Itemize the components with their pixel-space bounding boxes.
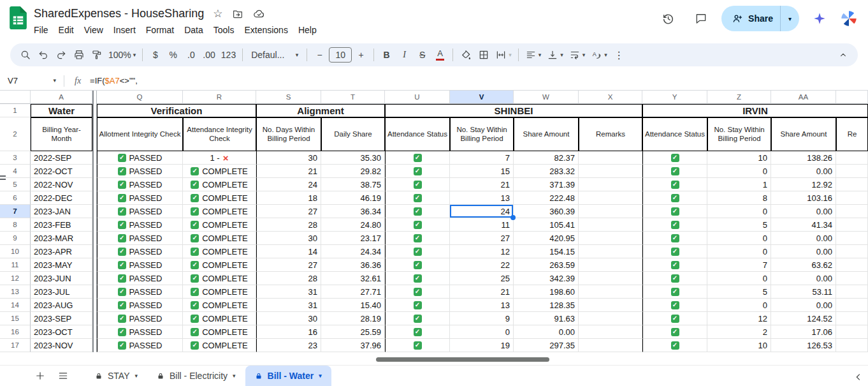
cell-allotment-check[interactable]: ✓PASSED <box>97 272 183 285</box>
bold-button[interactable]: B <box>378 46 395 64</box>
sheet-tab-0[interactable]: STAY▾ <box>85 366 147 386</box>
row-header-17[interactable]: 17 <box>0 339 31 352</box>
all-sheets-icon[interactable] <box>54 366 73 385</box>
cell-shinbei-stay[interactable]: 19 <box>450 339 514 352</box>
cell-shinbei-stay[interactable]: 25 <box>450 272 514 285</box>
cell-shinbei-amount[interactable]: 342.39 <box>514 272 579 285</box>
cell-irvin-amount[interactable]: 0.00 <box>771 299 836 312</box>
cell-attendance-check[interactable]: ✓COMPLETE <box>183 339 256 352</box>
cell-shinbei-remarks[interactable] <box>579 191 642 205</box>
cell-shinbei-status[interactable]: ✓ <box>385 232 450 245</box>
percent-format-button[interactable]: % <box>164 46 182 64</box>
paint-format-icon[interactable] <box>88 46 105 64</box>
col-header-X[interactable]: X <box>579 91 642 104</box>
cell-irvin-remarks[interactable] <box>836 258 868 272</box>
currency-format-button[interactable]: $ <box>147 46 164 64</box>
move-to-folder-icon[interactable] <box>232 8 243 20</box>
cell-irvin-remarks[interactable] <box>836 232 868 245</box>
col-header-V-selected[interactable]: V <box>450 91 514 104</box>
cell-shinbei-remarks[interactable] <box>579 165 642 178</box>
hidden-columns-divider[interactable] <box>92 104 97 117</box>
cell-daily-share[interactable]: 28.19 <box>321 312 385 325</box>
cell-daily-share[interactable]: 36.34 <box>321 205 385 218</box>
cell-irvin-stay[interactable]: 8 <box>707 191 771 205</box>
cell-irvin-remarks[interactable] <box>836 165 868 178</box>
row-header-14[interactable]: 14 <box>0 299 31 312</box>
sheet-tab-2[interactable]: Bill - Water▾ <box>245 366 331 386</box>
cell-irvin-amount[interactable]: 53.11 <box>771 285 836 299</box>
cell-shinbei-stay[interactable]: 13 <box>450 299 514 312</box>
more-formats-button[interactable]: 123 <box>219 46 238 64</box>
cell-allotment-check[interactable]: ✓PASSED <box>97 218 183 232</box>
cell-irvin-stay[interactable]: 0 <box>707 232 771 245</box>
cell-irvin-stay[interactable]: 10 <box>707 151 771 165</box>
cell-irvin-status[interactable]: ✓ <box>642 151 707 165</box>
cell-shinbei-remarks[interactable] <box>579 325 642 339</box>
cell-irvin-remarks[interactable] <box>836 312 868 325</box>
cell-irvin-remarks[interactable] <box>836 191 868 205</box>
header-attendance-check[interactable]: Attendance Integrity Check <box>183 117 256 151</box>
cell-shinbei-stay[interactable]: 11 <box>450 218 514 232</box>
cell-shinbei-amount[interactable]: 222.48 <box>514 191 579 205</box>
cell-irvin-remarks[interactable] <box>836 151 868 165</box>
cell-shinbei-amount[interactable]: 283.32 <box>514 165 579 178</box>
cell-shinbei-status[interactable]: ✓ <box>385 245 450 258</box>
cell-shinbei-stay[interactable]: 7 <box>450 151 514 165</box>
cell-allotment-check[interactable]: ✓PASSED <box>97 339 183 352</box>
cell-irvin-amount[interactable]: 41.34 <box>771 218 836 232</box>
cell-irvin-stay[interactable]: 0 <box>707 299 771 312</box>
row-header-3[interactable]: 3 <box>0 151 31 165</box>
cell-days-in-period[interactable]: 23 <box>256 339 321 352</box>
cell-daily-share[interactable]: 46.19 <box>321 191 385 205</box>
menu-file[interactable]: File <box>29 24 54 36</box>
col-header-A[interactable]: A <box>31 91 92 104</box>
share-dropdown-icon[interactable]: ▾ <box>781 15 799 22</box>
cell-attendance-check[interactable]: ✓COMPLETE <box>183 218 256 232</box>
row-header-12[interactable]: 12 <box>0 272 31 285</box>
menu-edit[interactable]: Edit <box>54 24 79 36</box>
row-header-7[interactable]: 7 <box>0 205 31 218</box>
cell-attendance-check[interactable]: ✓COMPLETE <box>183 178 256 191</box>
cell-attendance-check[interactable]: 1 -× <box>183 151 256 165</box>
cell-billing-month[interactable]: 2023-JUL <box>31 285 92 299</box>
cell-irvin-stay[interactable]: 0 <box>707 245 771 258</box>
cell-irvin-stay[interactable]: 2 <box>707 325 771 339</box>
cell-allotment-check[interactable]: ✓PASSED <box>97 299 183 312</box>
cell-attendance-check[interactable]: ✓COMPLETE <box>183 205 256 218</box>
cell-shinbei-status[interactable]: ✓ <box>385 312 450 325</box>
cell-billing-month[interactable]: 2022-DEC <box>31 191 92 205</box>
cell-irvin-status[interactable]: ✓ <box>642 339 707 352</box>
cell-billing-month[interactable]: 2022-NOV <box>31 178 92 191</box>
header-irvin-remarks[interactable]: Re <box>836 117 868 151</box>
cell-irvin-remarks[interactable] <box>836 218 868 232</box>
cell-attendance-check[interactable]: ✓COMPLETE <box>183 312 256 325</box>
header-shinbei-stay[interactable]: No. Stay Within Billing Period <box>450 117 514 151</box>
cell-irvin-amount[interactable]: 0.00 <box>771 205 836 218</box>
cell-shinbei-remarks[interactable] <box>579 205 642 218</box>
header-irvin-amount[interactable]: Share Amount <box>771 117 836 151</box>
italic-button[interactable]: I <box>396 46 413 64</box>
cell-irvin-stay[interactable]: 12 <box>707 312 771 325</box>
cell-allotment-check[interactable]: ✓PASSED <box>97 205 183 218</box>
cell-allotment-check[interactable]: ✓PASSED <box>97 151 183 165</box>
cell-shinbei-remarks[interactable] <box>579 218 642 232</box>
cell-daily-share[interactable]: 35.30 <box>321 151 385 165</box>
cell-shinbei-stay[interactable]: 12 <box>450 245 514 258</box>
gemini-sparkle-icon[interactable] <box>807 6 832 31</box>
scroll-tabs-left-icon[interactable] <box>853 371 864 383</box>
cell-billing-month[interactable]: 2023-FEB <box>31 218 92 232</box>
cell-shinbei-stay[interactable]: 13 <box>450 191 514 205</box>
cell-irvin-remarks[interactable] <box>836 178 868 191</box>
cell-irvin-status[interactable]: ✓ <box>642 299 707 312</box>
header-irvin-stay[interactable]: No. Stay Within Billing Period <box>707 117 771 151</box>
cell-irvin-stay[interactable]: 7 <box>707 258 771 272</box>
cell-days-in-period[interactable]: 21 <box>256 165 321 178</box>
cell-shinbei-remarks[interactable] <box>579 299 642 312</box>
cell-billing-month[interactable]: 2023-JAN <box>31 205 92 218</box>
cell-days-in-period[interactable]: 30 <box>256 312 321 325</box>
header-shinbei-status[interactable]: Attendance Status <box>385 117 450 151</box>
cell-shinbei-stay[interactable]: 0 <box>450 325 514 339</box>
font-select[interactable]: Defaul... ▾ <box>247 46 303 64</box>
cell-days-in-period[interactable]: 30 <box>256 151 321 165</box>
name-box[interactable]: V7 ▾ <box>0 76 61 85</box>
